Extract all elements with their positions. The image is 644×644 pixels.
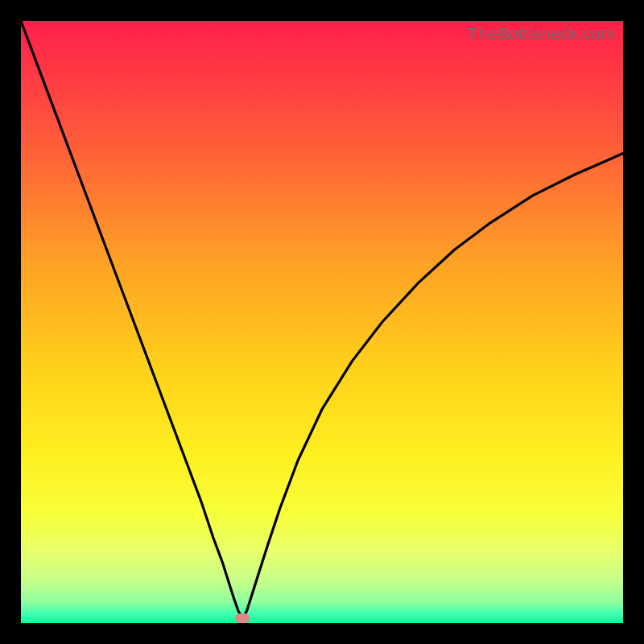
bottleneck-curve xyxy=(21,21,623,623)
chart-frame: TheBottleneck.com xyxy=(0,0,644,644)
watermark-text: TheBottleneck.com xyxy=(468,24,615,43)
optimum-marker xyxy=(235,613,250,623)
plot-area: TheBottleneck.com xyxy=(21,21,623,623)
